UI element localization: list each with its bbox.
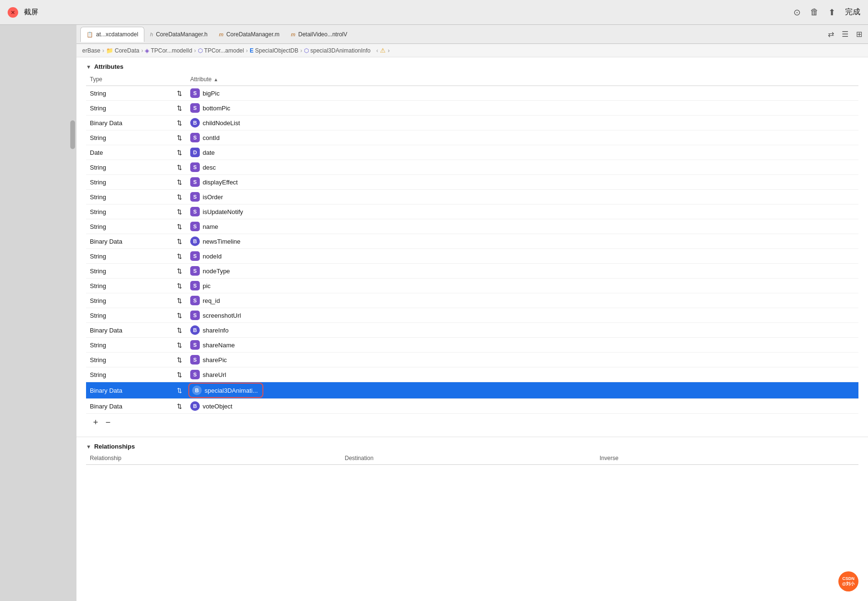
attr-stepper[interactable]: ⇅: [172, 101, 186, 116]
tab-label-1: CoreDataManager.h: [156, 31, 207, 38]
bc-coredata[interactable]: 📁 CoreData: [106, 47, 139, 54]
attr-badge: S: [190, 207, 200, 216]
table-row[interactable]: Binary Data⇅BnewsTimeline: [86, 234, 858, 249]
attr-stepper[interactable]: ⇅: [172, 338, 186, 353]
attr-name: voteObject: [203, 403, 232, 410]
attr-stepper[interactable]: ⇅: [172, 264, 186, 279]
attr-badge: S: [190, 311, 200, 320]
done-button[interactable]: 完成: [845, 7, 860, 17]
attr-name-cell: Spic: [186, 279, 858, 293]
bc-sep-2: ›: [194, 47, 196, 54]
tab-coredatamanager-h[interactable]: h CoreDataManager.h: [144, 27, 213, 42]
attr-name: name: [203, 223, 218, 230]
add-editor-button[interactable]: ⊞: [854, 29, 864, 40]
bc-special3d[interactable]: ⬡ special3DAnimationInfo: [304, 47, 370, 54]
table-row[interactable]: Binary Data⇅Bspecial3DAnimati...: [86, 382, 858, 399]
attr-stepper[interactable]: ⇅: [172, 234, 186, 249]
tab-coredatamanager-m[interactable]: m CoreDataManager.m: [213, 27, 285, 42]
attr-stepper[interactable]: ⇅: [172, 86, 186, 101]
attr-name: contId: [203, 134, 219, 141]
attr-stepper[interactable]: ⇅: [172, 353, 186, 367]
attr-type-cell: String: [86, 279, 172, 293]
bc-erbase[interactable]: erBase: [82, 47, 100, 54]
editor-options-button[interactable]: ☰: [840, 29, 850, 40]
attr-stepper[interactable]: ⇅: [172, 308, 186, 323]
attr-type-cell: String: [86, 353, 172, 367]
attr-type-cell: String: [86, 249, 172, 264]
csdn-badge: CSDN@刘小: [838, 571, 858, 591]
bc-nav-forward[interactable]: ›: [388, 47, 390, 54]
table-row[interactable]: String⇅SdisplayEffect: [86, 175, 858, 190]
attr-stepper[interactable]: ⇅: [172, 219, 186, 234]
col-inverse: Inverse: [596, 454, 851, 462]
bc-tpcor-amodel[interactable]: ⬡ TPCor...amodel: [198, 47, 244, 54]
add-attribute-button[interactable]: +: [90, 417, 101, 428]
bc-specialobjectdb[interactable]: E SpecialObjectDB: [250, 47, 298, 54]
bc-coredata-label: CoreData: [115, 47, 139, 54]
bc-tpcor-modelid[interactable]: ◈ TPCor...modelId: [145, 47, 192, 54]
table-row[interactable]: Date⇅Ddate: [86, 145, 858, 160]
attr-name-cell: Sdesc: [186, 160, 858, 175]
table-row[interactable]: String⇅Sdesc: [86, 160, 858, 175]
main-area: 📋 at...xcdatamodel h CoreDataManager.h m…: [76, 25, 868, 601]
window-title: 截屏: [24, 8, 38, 17]
tab-detailvideo[interactable]: m DetailVideo...ntrolV: [285, 27, 353, 42]
table-row[interactable]: String⇅Spic: [86, 279, 858, 293]
attr-stepper[interactable]: ⇅: [172, 160, 186, 175]
attr-stepper[interactable]: ⇅: [172, 399, 186, 414]
relationships-toggle[interactable]: ▼: [86, 444, 91, 450]
table-row[interactable]: Binary Data⇅BchildNodeList: [86, 116, 858, 130]
attr-stepper[interactable]: ⇅: [172, 367, 186, 382]
attributes-toggle[interactable]: ▼: [86, 64, 91, 70]
table-row[interactable]: String⇅SsharePic: [86, 353, 858, 367]
attr-name: isUpdateNotify: [203, 208, 243, 215]
table-row[interactable]: String⇅SscreenshotUrl: [86, 308, 858, 323]
attr-stepper[interactable]: ⇅: [172, 323, 186, 338]
table-row[interactable]: String⇅SbottomPic: [86, 101, 858, 116]
attr-badge: S: [190, 266, 200, 276]
attr-stepper[interactable]: ⇅: [172, 204, 186, 219]
share-icon[interactable]: ⬆: [828, 7, 835, 18]
attr-badge: S: [190, 251, 200, 261]
relationships-section: ▼ Relationships Relationship Destination…: [76, 437, 868, 472]
attr-name-cell: SbottomPic: [186, 101, 858, 116]
attr-name: req_id: [203, 297, 220, 304]
scroll-thumb[interactable]: [70, 120, 75, 149]
attr-stepper[interactable]: ⇅: [172, 190, 186, 204]
attr-badge: S: [190, 162, 200, 172]
table-row[interactable]: String⇅SbigPic: [86, 86, 858, 101]
user-icon[interactable]: ⊙: [793, 7, 801, 18]
trash-icon[interactable]: 🗑: [810, 7, 819, 17]
attr-stepper[interactable]: ⇅: [172, 145, 186, 160]
attr-type-cell: String: [86, 204, 172, 219]
table-row[interactable]: String⇅SshareUrl: [86, 367, 858, 382]
close-button[interactable]: [8, 7, 18, 18]
table-row[interactable]: Binary Data⇅BshareInfo: [86, 323, 858, 338]
table-row[interactable]: String⇅SisOrder: [86, 190, 858, 204]
table-row[interactable]: String⇅SshareName: [86, 338, 858, 353]
table-row[interactable]: String⇅Sname: [86, 219, 858, 234]
attr-stepper[interactable]: ⇅: [172, 175, 186, 190]
attr-stepper[interactable]: ⇅: [172, 249, 186, 264]
attr-stepper[interactable]: ⇅: [172, 382, 186, 399]
table-row[interactable]: Binary Data⇅BvoteObject: [86, 399, 858, 414]
attr-stepper[interactable]: ⇅: [172, 293, 186, 308]
attr-badge: B: [190, 325, 200, 335]
tab-xcdatamodel[interactable]: 📋 at...xcdatamodel: [80, 27, 144, 42]
attr-type-cell: String: [86, 367, 172, 382]
swap-editors-button[interactable]: ⇄: [826, 29, 836, 40]
col-attribute[interactable]: Attribute ▲: [186, 74, 858, 86]
relationships-header: ▼ Relationships: [86, 443, 858, 450]
remove-attribute-button[interactable]: −: [102, 417, 114, 428]
attr-badge: S: [190, 133, 200, 142]
table-row[interactable]: String⇅ScontId: [86, 130, 858, 145]
attr-stepper[interactable]: ⇅: [172, 130, 186, 145]
attr-type-cell: String: [86, 86, 172, 101]
attr-name-cell: SnodeType: [186, 264, 858, 279]
table-row[interactable]: String⇅SisUpdateNotify: [86, 204, 858, 219]
table-row[interactable]: String⇅SnodeId: [86, 249, 858, 264]
table-row[interactable]: String⇅SnodeType: [86, 264, 858, 279]
attr-stepper[interactable]: ⇅: [172, 279, 186, 293]
attr-stepper[interactable]: ⇅: [172, 116, 186, 130]
table-row[interactable]: String⇅Sreq_id: [86, 293, 858, 308]
